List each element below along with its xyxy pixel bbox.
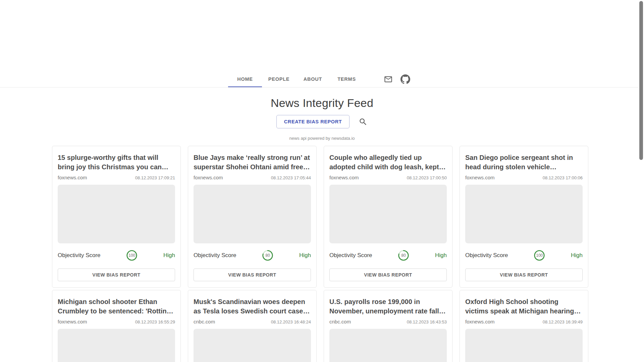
create-bias-report-button[interactable]: CREATE BIAS REPORT	[276, 115, 350, 128]
objectivity-row: Objectivity Score 100 High	[58, 249, 175, 262]
article-title: San Diego police sergeant shot in head d…	[465, 153, 583, 172]
article-source: foxnews.com	[58, 319, 87, 324]
article-source: foxnews.com	[194, 175, 223, 180]
objectivity-score-ring: 100	[126, 250, 137, 261]
scrollbar-track[interactable]	[638, 0, 644, 362]
objectivity-score-ring: 80	[398, 250, 409, 261]
nav-tabs: HOME PEOPLE ABOUT TERMS	[228, 71, 364, 87]
objectivity-score-value: 100	[534, 250, 545, 261]
article-source: foxnews.com	[465, 319, 495, 324]
news-card: Musk's Scandinavian woes deepen as Tesla…	[188, 290, 317, 362]
article-source: foxnews.com	[329, 175, 359, 180]
scrollbar-thumb[interactable]	[639, 1, 643, 160]
objectivity-score-value: 80	[398, 250, 409, 261]
article-title: Michigan school shooter Ethan Crumbley t…	[58, 297, 175, 316]
objectivity-label: Objectivity Score	[329, 252, 372, 259]
objectivity-row: Objectivity Score 100 High	[465, 249, 583, 262]
article-title: Blue Jays make ‘really strong run’ at su…	[194, 153, 311, 172]
view-bias-report-button[interactable]: VIEW BIAS REPORT	[58, 268, 175, 281]
news-card: U.S. payrolls rose 199,000 in November, …	[324, 290, 452, 362]
objectivity-score-ring: 100	[534, 250, 545, 261]
article-image-placeholder	[465, 329, 583, 362]
news-card: 15 splurge-worthy gifts that will bring …	[52, 146, 181, 288]
article-meta: foxnews.com 08.12.2023 17:05:44	[194, 175, 311, 180]
article-title: Oxford High School shooting victims spea…	[465, 297, 583, 316]
view-bias-report-button[interactable]: VIEW BIAS REPORT	[465, 268, 583, 281]
article-meta: foxnews.com 08.12.2023 17:00:06	[465, 175, 583, 180]
article-meta: foxnews.com 08.12.2023 17:00:50	[329, 175, 447, 180]
news-card: Couple who allegedly tied up adopted chi…	[324, 146, 452, 288]
article-timestamp: 08.12.2023 16:43:53	[407, 319, 447, 324]
article-timestamp: 08.12.2023 16:48:24	[271, 319, 311, 324]
article-image-placeholder	[194, 329, 311, 362]
tab-people[interactable]: PEOPLE	[262, 71, 296, 87]
article-meta: cnbc.com 08.12.2023 16:43:53	[329, 319, 447, 324]
article-timestamp: 08.12.2023 17:05:44	[271, 175, 311, 180]
article-source: cnbc.com	[194, 319, 215, 324]
github-icon[interactable]	[400, 74, 410, 84]
article-image-placeholder	[58, 185, 175, 243]
main-nav: HOME PEOPLE ABOUT TERMS	[0, 71, 638, 87]
article-source: foxnews.com	[58, 175, 87, 180]
article-image-placeholder	[58, 329, 175, 362]
objectivity-row: Objectivity Score 80 High	[329, 249, 447, 262]
article-meta: cnbc.com 08.12.2023 16:48:24	[194, 319, 311, 324]
nav-icon-group	[383, 71, 410, 87]
tab-about[interactable]: ABOUT	[296, 71, 330, 87]
article-title: Couple who allegedly tied up adopted chi…	[329, 153, 447, 172]
article-image-placeholder	[194, 185, 311, 243]
article-timestamp: 08.12.2023 16:55:29	[135, 319, 175, 324]
view-bias-report-button[interactable]: VIEW BIAS REPORT	[194, 268, 311, 281]
email-icon[interactable]	[383, 74, 393, 84]
app-header: HOME PEOPLE ABOUT TERMS	[0, 0, 644, 87]
news-card-grid: 15 splurge-worthy gifts that will bring …	[52, 146, 588, 362]
article-timestamp: 08.12.2023 17:00:06	[543, 175, 583, 180]
article-title: U.S. payrolls rose 199,000 in November, …	[329, 297, 447, 316]
article-meta: foxnews.com 08.12.2023 16:55:29	[58, 319, 175, 324]
article-timestamp: 08.12.2023 17:00:50	[407, 175, 447, 180]
news-card: Oxford High School shooting victims spea…	[460, 290, 588, 362]
article-timestamp: 08.12.2023 16:39:49	[543, 319, 583, 324]
objectivity-score-value: 80	[262, 250, 273, 261]
article-image-placeholder	[329, 329, 447, 362]
tab-home[interactable]: HOME	[228, 71, 262, 87]
hero-actions: CREATE BIAS REPORT	[0, 115, 644, 128]
tab-terms[interactable]: TERMS	[330, 71, 364, 87]
article-meta: foxnews.com 08.12.2023 16:39:49	[465, 319, 583, 324]
hero-section: News Integrity Feed CREATE BIAS REPORT n…	[0, 87, 644, 141]
api-caption: news api powered by newsdata.io	[0, 136, 644, 141]
page-title: News Integrity Feed	[0, 96, 644, 110]
objectivity-rating: High	[435, 252, 447, 259]
article-source: foxnews.com	[465, 175, 495, 180]
article-title: 15 splurge-worthy gifts that will bring …	[58, 153, 175, 172]
objectivity-rating: High	[299, 252, 311, 259]
article-timestamp: 08.12.2023 17:09:21	[135, 175, 175, 180]
article-image-placeholder	[329, 185, 447, 243]
article-image-placeholder	[465, 185, 583, 243]
objectivity-score-ring: 80	[262, 250, 273, 261]
article-source: cnbc.com	[329, 319, 351, 324]
objectivity-label: Objectivity Score	[194, 252, 236, 259]
article-title: Musk's Scandinavian woes deepen as Tesla…	[194, 297, 311, 316]
article-meta: foxnews.com 08.12.2023 17:09:21	[58, 175, 175, 180]
search-icon[interactable]	[358, 117, 368, 126]
news-card: San Diego police sergeant shot in head d…	[460, 146, 588, 288]
view-bias-report-button[interactable]: VIEW BIAS REPORT	[329, 268, 447, 281]
news-card: Blue Jays make ‘really strong run’ at su…	[188, 146, 317, 288]
objectivity-row: Objectivity Score 80 High	[194, 249, 311, 262]
objectivity-score-value: 100	[126, 250, 137, 261]
objectivity-label: Objectivity Score	[465, 252, 508, 259]
objectivity-rating: High	[571, 252, 583, 259]
objectivity-rating: High	[163, 252, 175, 259]
objectivity-label: Objectivity Score	[58, 252, 101, 259]
news-card: Michigan school shooter Ethan Crumbley t…	[52, 290, 181, 362]
